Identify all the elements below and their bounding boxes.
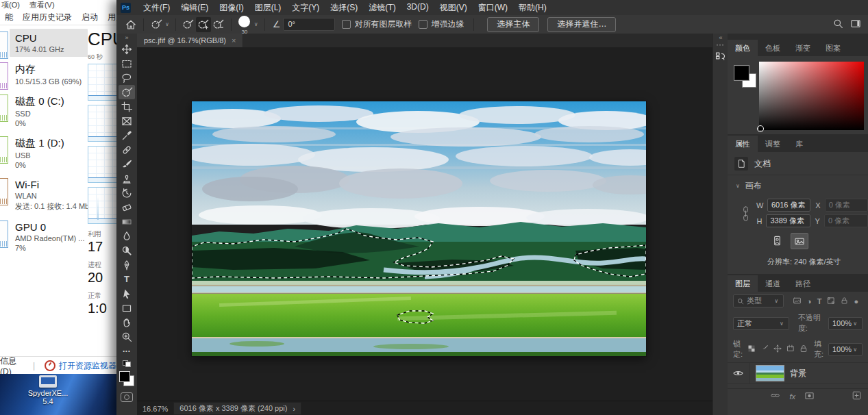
select-and-mask-button[interactable]: 选择并遮住…: [547, 17, 616, 32]
filter-smart-objects-icon[interactable]: [841, 297, 848, 306]
layer-effects-icon[interactable]: fx: [789, 392, 795, 401]
tm-menu-item[interactable]: 查看(V): [29, 0, 55, 9]
lock-all-icon[interactable]: [799, 344, 808, 354]
performance-item[interactable]: 磁盘 1 (D:) USB 0%: [0, 132, 89, 174]
frame-tool[interactable]: [119, 114, 135, 128]
object-selection-brush-tool[interactable]: [119, 85, 135, 99]
tm-menu-item[interactable]: 项(O): [1, 0, 20, 9]
properties-panel-tab[interactable]: 属性: [728, 136, 758, 152]
menu-item[interactable]: 文件(F): [138, 1, 175, 15]
properties-panel-tab[interactable]: 库: [788, 136, 810, 152]
color-picker-handle[interactable]: [757, 125, 764, 132]
pen-tool[interactable]: [119, 257, 135, 272]
eyedropper-tool[interactable]: [119, 128, 135, 142]
menu-item[interactable]: 图像(I): [214, 1, 249, 15]
dropdown-caret[interactable]: ∨: [165, 21, 169, 27]
default-swatches-icon[interactable]: [123, 360, 131, 367]
brush-tool[interactable]: [119, 157, 135, 171]
select-subject-button[interactable]: 选择主体: [487, 17, 539, 32]
layer-filter-search[interactable]: 类型 ∨: [733, 294, 784, 307]
color-panel-tab[interactable]: 渐变: [788, 40, 818, 56]
layers-panel-tab[interactable]: 通道: [758, 275, 788, 292]
menu-item[interactable]: 滤镜(T): [363, 1, 401, 15]
enhance-edges-checkbox[interactable]: [419, 20, 427, 29]
subtract-from-selection-mode-icon[interactable]: [211, 17, 226, 32]
performance-item[interactable]: GPU 0 AMD Radeon(TM) ... 7%: [0, 216, 89, 257]
foreground-color-swatch[interactable]: [119, 371, 130, 382]
move-tool[interactable]: [119, 42, 135, 56]
filter-adjustment-layers-icon[interactable]: ◑: [807, 297, 812, 305]
canvas-area[interactable]: [137, 47, 712, 401]
color-panel-tab[interactable]: 色板: [758, 40, 788, 56]
color-swatch-pair[interactable]: [734, 66, 756, 88]
history-brush-tool[interactable]: [119, 186, 135, 200]
document-tab[interactable]: psc.jfif @ 16.7%(RGB/8) ×: [137, 34, 243, 47]
tm-tab[interactable]: 能: [0, 10, 18, 25]
portrait-orientation-button[interactable]: [769, 233, 785, 248]
new-selection-mode-icon[interactable]: [181, 17, 196, 32]
color-panel-tab[interactable]: 图案: [818, 40, 848, 56]
lasso-tool[interactable]: [119, 71, 135, 85]
color-gradient-field[interactable]: [759, 62, 864, 130]
performance-item[interactable]: Wi-Fi WLAN 发送: 0.1 接收: 1.4 Mb: [0, 174, 89, 216]
brush-angle-input[interactable]: 0°: [283, 18, 335, 31]
document-info-field[interactable]: 6016 像素 x 3389 像素 (240 ppi) ›: [173, 402, 301, 415]
dock-grip[interactable]: [717, 44, 725, 46]
menu-item[interactable]: 视图(V): [434, 1, 473, 15]
rectangular-marquee-tool[interactable]: [119, 56, 135, 71]
filter-type-layers-icon[interactable]: T: [817, 297, 822, 305]
layer-thumbnail[interactable]: [756, 365, 784, 381]
blur-tool[interactable]: [119, 229, 135, 243]
brush-size-caret[interactable]: ∨: [254, 21, 258, 27]
menu-item[interactable]: 3D(D): [401, 1, 434, 15]
layers-panel-tab[interactable]: 图层: [728, 275, 758, 292]
tm-tab[interactable]: 应用历史记录: [18, 10, 77, 25]
rectangle-tool[interactable]: [119, 301, 135, 315]
color-panel-tab[interactable]: 颜色: [728, 40, 758, 56]
home-icon[interactable]: [123, 17, 138, 32]
crop-tool[interactable]: [119, 99, 135, 114]
foreground-background-swatches[interactable]: [119, 371, 134, 386]
zoom-level-field[interactable]: 16.67%: [137, 405, 173, 413]
performance-item[interactable]: 磁盘 0 (C:) SSD 0%: [0, 90, 89, 132]
clone-stamp-tool[interactable]: [119, 171, 135, 186]
lock-artboard-icon[interactable]: [786, 344, 795, 354]
tool-preset-icon[interactable]: [149, 17, 164, 32]
menu-item[interactable]: 图层(L): [249, 1, 287, 15]
lock-position-icon[interactable]: [773, 344, 782, 354]
add-layer-mask-icon[interactable]: [804, 390, 815, 403]
status-arrow-icon[interactable]: ›: [293, 405, 295, 413]
search-icon[interactable]: [833, 18, 843, 31]
type-tool[interactable]: T: [119, 272, 135, 286]
new-layer-icon[interactable]: [852, 390, 861, 403]
eraser-tool[interactable]: [119, 200, 135, 214]
brush-size-picker[interactable]: 30: [236, 16, 253, 34]
filter-toggle-dot-icon[interactable]: ●: [854, 297, 858, 305]
link-layers-icon[interactable]: [770, 390, 780, 403]
workspace-switcher-icon[interactable]: [850, 18, 861, 31]
dodge-tool[interactable]: [119, 243, 135, 257]
properties-panel-tab[interactable]: 调整: [758, 136, 788, 152]
section-collapse-icon[interactable]: ∨: [736, 183, 740, 189]
opacity-input[interactable]: 100% ∨: [828, 317, 863, 330]
filter-pixel-layers-icon[interactable]: [793, 297, 802, 306]
y-input[interactable]: 0 像素: [824, 214, 868, 227]
open-resource-monitor-link[interactable]: 打开资源监视器: [59, 360, 116, 372]
link-dimensions-icon[interactable]: [741, 205, 750, 225]
landscape-orientation-button[interactable]: [791, 233, 808, 249]
menu-item[interactable]: 帮助(H): [513, 1, 552, 15]
zoom-tool[interactable]: [119, 329, 135, 344]
layer-row-background[interactable]: 背景: [728, 362, 868, 384]
lock-transparency-icon[interactable]: [747, 344, 756, 354]
x-input[interactable]: 0 像素: [825, 199, 868, 212]
lock-pixels-icon[interactable]: [760, 344, 769, 354]
performance-item[interactable]: 内存 10.5/15.3 GB (69%): [0, 58, 89, 90]
blend-mode-select[interactable]: 正常 ∨: [733, 317, 789, 330]
menu-item[interactable]: 窗口(W): [473, 1, 513, 15]
fill-input[interactable]: 100% ∨: [828, 343, 863, 356]
spot-healing-brush-tool[interactable]: [119, 142, 135, 157]
layer-visibility-eye-icon[interactable]: [732, 369, 744, 377]
filter-shape-layers-icon[interactable]: [827, 297, 835, 306]
layers-panel-tab[interactable]: 路径: [788, 275, 818, 292]
tm-tab[interactable]: 启动: [77, 10, 103, 25]
